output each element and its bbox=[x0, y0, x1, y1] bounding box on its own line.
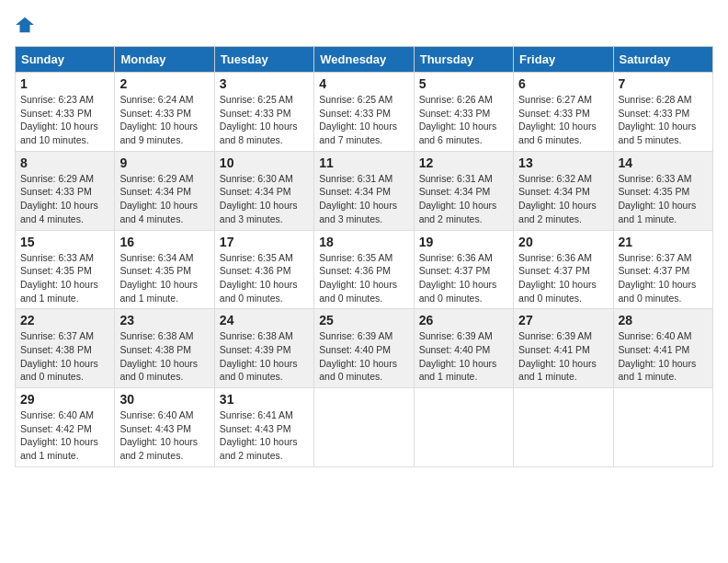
calendar-cell: 29Sunrise: 6:40 AMSunset: 4:42 PMDayligh… bbox=[16, 388, 115, 467]
day-info: Sunrise: 6:37 AMSunset: 4:37 PMDaylight:… bbox=[619, 251, 708, 305]
calendar-cell: 3Sunrise: 6:25 AMSunset: 4:33 PMDaylight… bbox=[214, 73, 313, 152]
calendar-cell: 30Sunrise: 6:40 AMSunset: 4:43 PMDayligh… bbox=[115, 388, 214, 467]
day-number: 18 bbox=[319, 235, 408, 249]
day-number: 26 bbox=[419, 313, 508, 327]
day-number: 13 bbox=[518, 155, 608, 170]
calendar-cell: 11Sunrise: 6:31 AMSunset: 4:34 PMDayligh… bbox=[314, 151, 414, 230]
day-number: 12 bbox=[419, 155, 508, 170]
calendar-cell: 8Sunrise: 6:29 AMSunset: 4:33 PMDaylight… bbox=[16, 151, 115, 230]
day-number: 20 bbox=[518, 235, 608, 249]
calendar-cell: 31Sunrise: 6:41 AMSunset: 4:43 PMDayligh… bbox=[214, 388, 313, 467]
calendar-day-header: Friday bbox=[514, 47, 613, 73]
calendar-cell: 13Sunrise: 6:32 AMSunset: 4:34 PMDayligh… bbox=[514, 151, 613, 230]
day-info: Sunrise: 6:39 AMSunset: 4:40 PMDaylight:… bbox=[319, 329, 408, 384]
calendar-week-row: 22Sunrise: 6:37 AMSunset: 4:38 PMDayligh… bbox=[16, 309, 713, 388]
page-header bbox=[15, 15, 713, 35]
day-info: Sunrise: 6:24 AMSunset: 4:33 PMDaylight:… bbox=[119, 93, 209, 147]
day-number: 19 bbox=[419, 235, 508, 249]
day-number: 23 bbox=[119, 313, 209, 327]
day-info: Sunrise: 6:40 AMSunset: 4:43 PMDaylight:… bbox=[119, 408, 209, 463]
day-number: 1 bbox=[20, 76, 109, 91]
day-number: 22 bbox=[20, 313, 109, 327]
day-info: Sunrise: 6:25 AMSunset: 4:33 PMDaylight:… bbox=[319, 93, 408, 147]
day-number: 6 bbox=[518, 76, 608, 91]
day-info: Sunrise: 6:41 AMSunset: 4:43 PMDaylight:… bbox=[220, 408, 309, 463]
day-info: Sunrise: 6:36 AMSunset: 4:37 PMDaylight:… bbox=[518, 251, 608, 305]
calendar-week-row: 1Sunrise: 6:23 AMSunset: 4:33 PMDaylight… bbox=[16, 73, 713, 152]
day-info: Sunrise: 6:38 AMSunset: 4:39 PMDaylight:… bbox=[220, 329, 309, 384]
calendar-day-header: Thursday bbox=[414, 47, 513, 73]
day-number: 7 bbox=[619, 76, 708, 91]
calendar-cell: 22Sunrise: 6:37 AMSunset: 4:38 PMDayligh… bbox=[16, 309, 115, 388]
calendar-week-row: 8Sunrise: 6:29 AMSunset: 4:33 PMDaylight… bbox=[16, 151, 713, 230]
day-info: Sunrise: 6:36 AMSunset: 4:37 PMDaylight:… bbox=[419, 251, 508, 305]
calendar-cell bbox=[514, 388, 613, 467]
calendar-cell: 4Sunrise: 6:25 AMSunset: 4:33 PMDaylight… bbox=[314, 73, 414, 152]
day-info: Sunrise: 6:39 AMSunset: 4:41 PMDaylight:… bbox=[518, 329, 608, 384]
calendar-cell: 27Sunrise: 6:39 AMSunset: 4:41 PMDayligh… bbox=[514, 309, 613, 388]
calendar-week-row: 29Sunrise: 6:40 AMSunset: 4:42 PMDayligh… bbox=[16, 388, 713, 467]
day-number: 21 bbox=[619, 235, 708, 249]
day-number: 9 bbox=[119, 155, 209, 170]
day-number: 29 bbox=[20, 392, 109, 407]
calendar-cell: 19Sunrise: 6:36 AMSunset: 4:37 PMDayligh… bbox=[414, 230, 513, 309]
calendar-cell: 20Sunrise: 6:36 AMSunset: 4:37 PMDayligh… bbox=[514, 230, 613, 309]
day-info: Sunrise: 6:27 AMSunset: 4:33 PMDaylight:… bbox=[518, 93, 608, 147]
day-info: Sunrise: 6:40 AMSunset: 4:42 PMDaylight:… bbox=[20, 408, 109, 463]
day-number: 2 bbox=[119, 76, 209, 91]
day-number: 24 bbox=[220, 313, 309, 327]
calendar-day-header: Monday bbox=[115, 47, 214, 73]
day-number: 4 bbox=[319, 76, 408, 91]
calendar-cell: 17Sunrise: 6:35 AMSunset: 4:36 PMDayligh… bbox=[214, 230, 313, 309]
day-number: 3 bbox=[220, 76, 309, 91]
day-number: 28 bbox=[619, 313, 708, 327]
day-info: Sunrise: 6:32 AMSunset: 4:34 PMDaylight:… bbox=[518, 172, 608, 226]
day-info: Sunrise: 6:35 AMSunset: 4:36 PMDaylight:… bbox=[220, 251, 309, 305]
calendar-cell: 25Sunrise: 6:39 AMSunset: 4:40 PMDayligh… bbox=[314, 309, 414, 388]
day-info: Sunrise: 6:25 AMSunset: 4:33 PMDaylight:… bbox=[220, 93, 309, 147]
logo-icon bbox=[15, 15, 35, 35]
day-info: Sunrise: 6:26 AMSunset: 4:33 PMDaylight:… bbox=[419, 93, 508, 147]
calendar-cell: 16Sunrise: 6:34 AMSunset: 4:35 PMDayligh… bbox=[115, 230, 214, 309]
day-info: Sunrise: 6:29 AMSunset: 4:34 PMDaylight:… bbox=[119, 172, 209, 226]
day-info: Sunrise: 6:38 AMSunset: 4:38 PMDaylight:… bbox=[119, 329, 209, 384]
day-number: 5 bbox=[419, 76, 508, 91]
calendar-cell bbox=[613, 388, 712, 467]
day-number: 15 bbox=[20, 235, 109, 249]
calendar-day-header: Wednesday bbox=[314, 47, 414, 73]
day-info: Sunrise: 6:28 AMSunset: 4:33 PMDaylight:… bbox=[619, 93, 708, 147]
calendar-cell: 6Sunrise: 6:27 AMSunset: 4:33 PMDaylight… bbox=[514, 73, 613, 152]
calendar-cell: 18Sunrise: 6:35 AMSunset: 4:36 PMDayligh… bbox=[314, 230, 414, 309]
day-info: Sunrise: 6:31 AMSunset: 4:34 PMDaylight:… bbox=[419, 172, 508, 226]
day-info: Sunrise: 6:29 AMSunset: 4:33 PMDaylight:… bbox=[20, 172, 109, 226]
calendar-cell: 14Sunrise: 6:33 AMSunset: 4:35 PMDayligh… bbox=[613, 151, 712, 230]
day-number: 10 bbox=[220, 155, 309, 170]
day-info: Sunrise: 6:37 AMSunset: 4:38 PMDaylight:… bbox=[20, 329, 109, 384]
day-number: 30 bbox=[119, 392, 209, 407]
day-info: Sunrise: 6:34 AMSunset: 4:35 PMDaylight:… bbox=[119, 251, 209, 305]
calendar-day-header: Saturday bbox=[613, 47, 712, 73]
calendar-cell: 15Sunrise: 6:33 AMSunset: 4:35 PMDayligh… bbox=[16, 230, 115, 309]
day-info: Sunrise: 6:35 AMSunset: 4:36 PMDaylight:… bbox=[319, 251, 408, 305]
calendar-cell: 23Sunrise: 6:38 AMSunset: 4:38 PMDayligh… bbox=[115, 309, 214, 388]
logo bbox=[15, 15, 37, 35]
calendar-cell bbox=[414, 388, 513, 467]
calendar-cell: 7Sunrise: 6:28 AMSunset: 4:33 PMDaylight… bbox=[613, 73, 712, 152]
day-info: Sunrise: 6:40 AMSunset: 4:41 PMDaylight:… bbox=[619, 329, 708, 384]
calendar-day-header: Sunday bbox=[16, 47, 115, 73]
calendar-cell: 28Sunrise: 6:40 AMSunset: 4:41 PMDayligh… bbox=[613, 309, 712, 388]
svg-marker-0 bbox=[16, 17, 34, 33]
day-info: Sunrise: 6:39 AMSunset: 4:40 PMDaylight:… bbox=[419, 329, 508, 384]
day-number: 16 bbox=[119, 235, 209, 249]
calendar: SundayMondayTuesdayWednesdayThursdayFrid… bbox=[15, 46, 713, 467]
calendar-cell: 5Sunrise: 6:26 AMSunset: 4:33 PMDaylight… bbox=[414, 73, 513, 152]
calendar-cell: 26Sunrise: 6:39 AMSunset: 4:40 PMDayligh… bbox=[414, 309, 513, 388]
day-info: Sunrise: 6:33 AMSunset: 4:35 PMDaylight:… bbox=[619, 172, 708, 226]
calendar-day-header: Tuesday bbox=[214, 47, 313, 73]
day-info: Sunrise: 6:33 AMSunset: 4:35 PMDaylight:… bbox=[20, 251, 109, 305]
calendar-cell: 21Sunrise: 6:37 AMSunset: 4:37 PMDayligh… bbox=[613, 230, 712, 309]
calendar-cell: 9Sunrise: 6:29 AMSunset: 4:34 PMDaylight… bbox=[115, 151, 214, 230]
calendar-cell: 10Sunrise: 6:30 AMSunset: 4:34 PMDayligh… bbox=[214, 151, 313, 230]
calendar-cell: 1Sunrise: 6:23 AMSunset: 4:33 PMDaylight… bbox=[16, 73, 115, 152]
day-number: 27 bbox=[518, 313, 608, 327]
